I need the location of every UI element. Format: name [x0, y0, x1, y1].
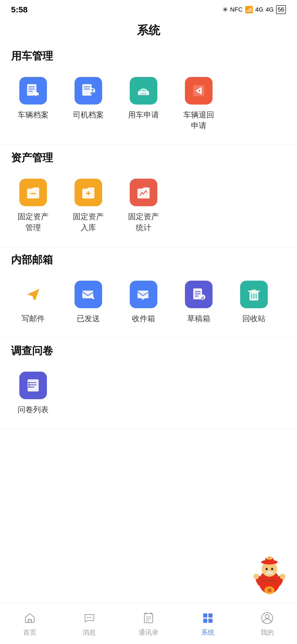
icon-label-vehicle-file: 车辆档案 [18, 109, 49, 120]
icon-item-vehicle-file[interactable]: 车辆档案 [6, 71, 61, 136]
icon-box-driver-file [75, 77, 102, 104]
svg-point-47 [266, 568, 268, 570]
nav-system-label: 系统 [201, 628, 214, 637]
section-survey: 调查问卷 问卷列表 [0, 341, 297, 429]
svg-rect-69 [208, 613, 213, 618]
svg-rect-17 [30, 193, 36, 194]
svg-rect-71 [208, 619, 213, 623]
icon-item-write-mail[interactable]: 写邮件 [6, 275, 61, 329]
section-header-asset: 资产管理 [0, 148, 297, 170]
icon-label-survey-list: 问卷列表 [18, 404, 49, 415]
icon-box-vehicle-return [185, 77, 213, 104]
svg-text:福: 福 [267, 588, 271, 592]
nav-mine-label: 我的 [261, 628, 274, 637]
svg-rect-70 [203, 619, 207, 623]
nav-contacts-label: 通讯录 [139, 628, 158, 637]
icon-label-write-mail: 写邮件 [22, 313, 45, 324]
svg-point-5 [36, 95, 38, 97]
sections-container: 用车管理 车辆档案 司机档案 用车申请 车辆退 [0, 46, 297, 429]
section-header-mail: 内部邮箱 [0, 250, 297, 272]
nfc-icon: NFC [230, 6, 243, 13]
bluetooth-icon: ✳ [222, 6, 228, 14]
icon-label-sent-mail: 已发送 [77, 313, 100, 324]
svg-point-59 [87, 617, 88, 618]
svg-point-39 [28, 382, 30, 383]
svg-rect-68 [203, 613, 207, 618]
wifi-icon: 📶 [245, 6, 253, 14]
icon-item-asset-in[interactable]: 固定资产 入库 [61, 173, 116, 238]
mascot: 福 [250, 556, 289, 594]
status-time: 5:58 [11, 5, 28, 14]
signal-icon: 4G [255, 6, 263, 13]
svg-point-56 [259, 579, 279, 582]
icon-grid-vehicle: 车辆档案 司机档案 用车申请 车辆退回 申请 [0, 69, 297, 145]
section-header-vehicle: 用车管理 [0, 46, 297, 69]
svg-point-53 [280, 574, 285, 579]
nav-message-label: 消息 [83, 628, 96, 637]
icon-item-inbox[interactable]: 收件箱 [116, 275, 171, 329]
svg-point-49 [266, 571, 273, 575]
icon-item-asset-manage[interactable]: 固定资产 管理 [6, 173, 61, 238]
svg-rect-58 [28, 619, 31, 622]
nav-system[interactable]: 系统 [178, 610, 238, 637]
icon-item-sent-mail[interactable]: 已发送 [61, 275, 116, 329]
svg-point-61 [90, 617, 91, 618]
icon-item-asset-stats[interactable]: 固定资产 统计 [116, 173, 171, 238]
nav-message[interactable]: 消息 [59, 610, 119, 637]
icon-label-inbox: 收件箱 [132, 313, 155, 324]
icon-box-write-mail [19, 281, 47, 308]
icon-box-asset-manage [19, 179, 47, 206]
system-icon [200, 610, 216, 626]
svg-rect-64 [151, 613, 152, 615]
svg-point-41 [28, 386, 30, 388]
section-mail: 内部邮箱 写邮件 已发送 收件箱 草稿箱 [0, 250, 297, 338]
contacts-icon [141, 610, 156, 626]
svg-rect-63 [145, 613, 146, 615]
icon-box-inbox [130, 281, 157, 308]
icon-label-driver-file: 司机档案 [73, 109, 104, 120]
signal2-icon: 4G [266, 6, 274, 13]
nav-home-label: 首页 [23, 628, 36, 637]
svg-point-40 [28, 384, 30, 386]
section-divider-vehicle [0, 145, 297, 145]
icon-box-survey-list [19, 372, 47, 399]
icon-label-asset-in: 固定资产 入库 [73, 211, 104, 233]
icon-label-asset-stats: 固定资产 统计 [128, 211, 159, 233]
status-bar: 5:58 ✳ NFC 📶 4G 4G 56 [0, 0, 297, 17]
icon-grid-mail: 写邮件 已发送 收件箱 草稿箱 回收站 [0, 272, 297, 338]
icon-item-driver-file[interactable]: 司机档案 [61, 71, 116, 136]
svg-point-73 [265, 615, 269, 618]
icon-grid-asset: 固定资产 管理 固定资产 入库 固定资产 统计 [0, 170, 297, 246]
svg-rect-15 [193, 85, 204, 96]
icon-label-trash: 回收站 [242, 313, 266, 324]
svg-point-57 [268, 557, 271, 559]
svg-point-10 [91, 89, 94, 91]
icon-item-vehicle-apply[interactable]: 用车申请 [116, 71, 171, 136]
svg-rect-19 [88, 191, 89, 195]
svg-point-4 [33, 95, 35, 97]
icon-item-vehicle-return[interactable]: 车辆退回 申请 [171, 71, 226, 136]
nav-contacts[interactable]: 通讯录 [119, 610, 178, 637]
message-icon [81, 610, 97, 626]
svg-rect-14 [141, 93, 146, 94]
icon-item-draft[interactable]: 草稿箱 [171, 275, 226, 329]
icon-box-sent-mail [75, 281, 102, 308]
icon-box-trash [240, 281, 268, 308]
icon-label-asset-manage: 固定资产 管理 [18, 211, 49, 233]
section-divider-mail [0, 338, 297, 338]
nav-home[interactable]: 首页 [0, 610, 59, 637]
svg-point-60 [89, 617, 90, 618]
icon-item-survey-list[interactable]: 问卷列表 [6, 366, 61, 420]
svg-rect-21 [82, 291, 93, 298]
section-divider-survey [0, 429, 297, 429]
icon-item-trash[interactable]: 回收站 [226, 275, 282, 329]
icon-label-draft: 草稿箱 [187, 313, 210, 324]
svg-rect-31 [252, 289, 256, 292]
page-title: 系统 [0, 17, 297, 46]
section-divider-asset [0, 247, 297, 247]
icon-label-vehicle-apply: 用车申请 [128, 109, 159, 120]
battery-icon: 56 [276, 5, 286, 14]
nav-mine[interactable]: 我的 [238, 610, 297, 637]
home-icon [22, 610, 38, 626]
svg-rect-22 [137, 291, 148, 298]
